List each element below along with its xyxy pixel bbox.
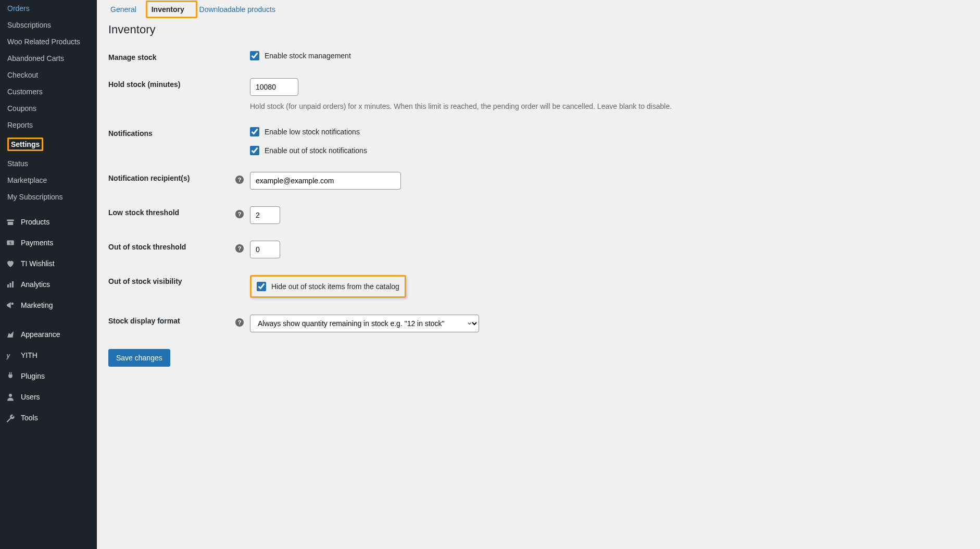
sidebar-item-ti-wishlist[interactable]: TI Wishlist [0, 253, 97, 274]
sidebar-top-list: Products$PaymentsTI WishlistAnalyticsMar… [0, 211, 97, 428]
sidebar-item-reports[interactable]: Reports [0, 117, 97, 133]
sidebar-item-label: Products [21, 218, 49, 226]
row-visibility: Out of stock visibility Hide out of stoc… [108, 275, 969, 298]
checkbox-label-manage-stock: Enable stock management [265, 52, 351, 60]
sidebar-item-checkout[interactable]: Checkout [0, 67, 97, 83]
svg-rect-5 [10, 283, 11, 288]
sidebar-item-appearance[interactable]: Appearance [0, 324, 97, 345]
sidebar-item-label: Tools [21, 414, 38, 422]
svg-point-9 [9, 394, 12, 397]
highlight-inventory-tab: Inventory [146, 1, 197, 18]
tab-general[interactable]: General [108, 4, 139, 15]
sidebar-item-settings[interactable]: Settings [0, 133, 97, 155]
marketing-icon [5, 300, 16, 310]
sidebar-item-users[interactable]: Users [0, 386, 97, 407]
input-recipients[interactable] [250, 172, 401, 190]
sidebar-sub-list: OrdersSubscriptionsWoo Related ProductsA… [0, 0, 97, 205]
label-hold-stock: Hold stock (minutes) [108, 78, 235, 89]
label-recipients: Notification recipient(s) [108, 172, 235, 182]
input-out-threshold[interactable] [250, 241, 280, 258]
sidebar-item-orders[interactable]: Orders [0, 0, 97, 17]
svg-rect-4 [7, 284, 9, 288]
yith-icon: y [5, 350, 16, 360]
page-title: Inventory [108, 23, 969, 36]
input-low-threshold[interactable] [250, 206, 280, 224]
plugins-icon [5, 371, 16, 381]
sidebar-item-label: YITH [21, 351, 37, 359]
row-recipients: Notification recipient(s) ? [108, 172, 969, 190]
row-manage-stock: Manage stock Enable stock management [108, 51, 969, 61]
main-content: General Inventory Downloadable products … [97, 0, 980, 549]
row-out-threshold: Out of stock threshold ? [108, 241, 969, 258]
sidebar-item-label: Marketing [21, 301, 53, 309]
sidebar-item-products[interactable]: Products [0, 211, 97, 232]
label-display-format: Stock display format [108, 315, 235, 325]
checkbox-hide-out-of-stock[interactable] [257, 282, 266, 291]
svg-point-7 [11, 303, 14, 305]
sidebar-item-marketing[interactable]: Marketing [0, 295, 97, 316]
sidebar-item-label: Plugins [21, 372, 45, 380]
sidebar-item-woo-related-products[interactable]: Woo Related Products [0, 33, 97, 50]
appearance-icon [5, 329, 16, 340]
svg-rect-1 [8, 222, 14, 225]
sidebar-item-label: Payments [21, 239, 53, 247]
checkbox-manage-stock[interactable] [250, 51, 259, 60]
sidebar-item-marketplace[interactable]: Marketplace [0, 172, 97, 189]
sidebar-item-coupons[interactable]: Coupons [0, 100, 97, 117]
tools-icon [5, 413, 16, 423]
payments-icon: $ [5, 238, 16, 248]
sidebar-item-yith[interactable]: yYITH [0, 345, 97, 366]
label-low-threshold: Low stock threshold [108, 206, 235, 217]
users-icon [5, 392, 16, 402]
svg-rect-6 [12, 281, 14, 288]
sidebar-item-subscriptions[interactable]: Subscriptions [0, 17, 97, 33]
highlight-settings: Settings [7, 138, 43, 151]
settings-tabs: General Inventory Downloadable products [108, 5, 969, 14]
sidebar-item-my-subscriptions[interactable]: My Subscriptions [0, 189, 97, 205]
row-hold-stock: Hold stock (minutes) Hold stock (for unp… [108, 78, 969, 110]
help-icon[interactable]: ? [235, 244, 244, 253]
checkbox-out-stock-notif[interactable] [250, 146, 259, 155]
desc-hold-stock: Hold stock (for unpaid orders) for x min… [250, 102, 969, 110]
sidebar-item-label: TI Wishlist [21, 259, 55, 268]
admin-sidebar: OrdersSubscriptionsWoo Related ProductsA… [0, 0, 97, 549]
sidebar-item-abandoned-carts[interactable]: Abandoned Carts [0, 50, 97, 67]
sidebar-item-analytics[interactable]: Analytics [0, 274, 97, 295]
help-icon[interactable]: ? [235, 210, 244, 218]
checkbox-label-low-notif: Enable low stock notifications [265, 128, 360, 136]
sidebar-item-status[interactable]: Status [0, 155, 97, 172]
help-icon[interactable]: ? [235, 318, 244, 327]
select-display-format[interactable]: Always show quantity remaining in stock … [250, 315, 479, 332]
svg-text:y: y [6, 352, 11, 359]
sidebar-item-payments[interactable]: $Payments [0, 232, 97, 253]
sidebar-item-plugins[interactable]: Plugins [0, 366, 97, 386]
sidebar-item-customers[interactable]: Customers [0, 83, 97, 100]
checkbox-label-visibility: Hide out of stock items from the catalog [271, 282, 399, 291]
highlight-visibility: Hide out of stock items from the catalog [250, 275, 406, 298]
tab-downloadable[interactable]: Downloadable products [197, 4, 278, 15]
checkbox-low-stock-notif[interactable] [250, 127, 259, 136]
analytics-icon [5, 279, 16, 290]
help-icon[interactable]: ? [235, 176, 244, 184]
label-out-threshold: Out of stock threshold [108, 241, 235, 251]
sidebar-item-tools[interactable]: Tools [0, 407, 97, 428]
input-hold-stock[interactable] [250, 78, 298, 96]
svg-rect-0 [7, 220, 14, 221]
row-notifications: Notifications Enable low stock notificat… [108, 127, 969, 155]
label-visibility: Out of stock visibility [108, 275, 235, 285]
products-icon [5, 217, 16, 227]
label-notifications: Notifications [108, 127, 235, 138]
settings-form: Manage stock Enable stock management Hol… [108, 51, 969, 367]
sidebar-item-label: Appearance [21, 330, 60, 339]
sidebar-item-label: Users [21, 393, 40, 401]
sidebar-item-label: Analytics [21, 280, 50, 289]
label-manage-stock: Manage stock [108, 51, 235, 61]
checkbox-label-out-notif: Enable out of stock notifications [265, 146, 367, 155]
tab-inventory[interactable]: Inventory [149, 4, 186, 15]
save-button[interactable]: Save changes [108, 349, 170, 367]
wishlist-icon [5, 258, 16, 269]
row-low-threshold: Low stock threshold ? [108, 206, 969, 224]
row-display-format: Stock display format ? Always show quant… [108, 315, 969, 332]
